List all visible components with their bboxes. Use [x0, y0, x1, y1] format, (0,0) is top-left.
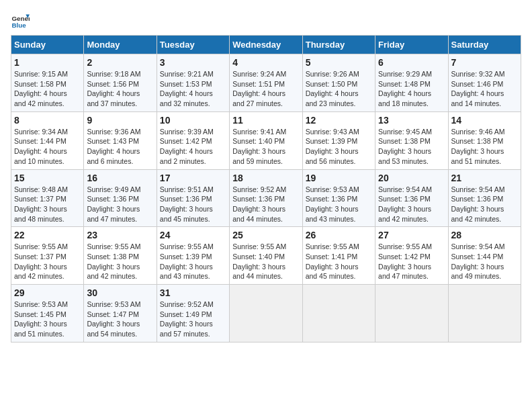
calendar-cell: 2Sunrise: 9:18 AMSunset: 1:56 PMDaylight…	[84, 54, 157, 112]
day-detail: Sunrise: 9:43 AMSunset: 1:39 PMDaylight:…	[306, 127, 372, 167]
day-detail: Sunrise: 9:29 AMSunset: 1:48 PMDaylight:…	[378, 69, 445, 109]
day-detail: Sunrise: 9:48 AMSunset: 1:37 PMDaylight:…	[14, 185, 81, 224]
calendar-cell: 5Sunrise: 9:26 AMSunset: 1:50 PMDaylight…	[302, 54, 375, 112]
day-detail: Sunrise: 9:15 AMSunset: 1:58 PMDaylight:…	[14, 69, 81, 109]
calendar-cell	[448, 285, 521, 342]
day-detail: Sunrise: 9:41 AMSunset: 1:40 PMDaylight:…	[232, 127, 299, 167]
day-number: 9	[87, 115, 153, 126]
day-number: 25	[232, 230, 299, 240]
day-number: 13	[378, 115, 445, 126]
logo-icon: General Blue	[11, 11, 30, 30]
calendar-cell: 22Sunrise: 9:55 AMSunset: 1:37 PMDayligh…	[11, 227, 84, 285]
day-number: 22	[14, 230, 81, 240]
day-number: 8	[14, 115, 81, 126]
weekday-header-sunday: Sunday	[11, 36, 84, 54]
calendar-cell: 23Sunrise: 9:55 AMSunset: 1:38 PMDayligh…	[84, 227, 157, 285]
day-detail: Sunrise: 9:46 AMSunset: 1:38 PMDaylight:…	[451, 127, 518, 167]
day-number: 26	[306, 230, 372, 240]
day-detail: Sunrise: 9:55 AMSunset: 1:40 PMDaylight:…	[232, 242, 299, 281]
day-detail: Sunrise: 9:49 AMSunset: 1:36 PMDaylight:…	[87, 185, 153, 224]
calendar-week-row: 8Sunrise: 9:34 AMSunset: 1:44 PMDaylight…	[11, 111, 521, 169]
calendar-cell: 8Sunrise: 9:34 AMSunset: 1:44 PMDaylight…	[11, 111, 84, 169]
day-number: 17	[160, 173, 226, 183]
page-header: General Blue	[11, 11, 521, 30]
calendar-cell: 21Sunrise: 9:54 AMSunset: 1:36 PMDayligh…	[448, 169, 521, 227]
day-number: 3	[160, 57, 226, 68]
calendar-cell: 30Sunrise: 9:53 AMSunset: 1:47 PMDayligh…	[84, 285, 157, 342]
day-detail: Sunrise: 9:18 AMSunset: 1:56 PMDaylight:…	[87, 69, 153, 109]
day-number: 2	[87, 57, 153, 68]
day-detail: Sunrise: 9:53 AMSunset: 1:47 PMDaylight:…	[87, 300, 153, 339]
weekday-header-wednesday: Wednesday	[230, 36, 302, 54]
day-detail: Sunrise: 9:55 AMSunset: 1:38 PMDaylight:…	[87, 242, 153, 281]
calendar-cell	[302, 285, 375, 342]
calendar-week-row: 29Sunrise: 9:53 AMSunset: 1:45 PMDayligh…	[11, 285, 521, 342]
day-detail: Sunrise: 9:32 AMSunset: 1:46 PMDaylight:…	[451, 69, 518, 109]
weekday-header-monday: Monday	[84, 36, 157, 54]
calendar-week-row: 15Sunrise: 9:48 AMSunset: 1:37 PMDayligh…	[11, 169, 521, 227]
weekday-header-thursday: Thursday	[302, 36, 375, 54]
calendar-cell: 10Sunrise: 9:39 AMSunset: 1:42 PMDayligh…	[157, 111, 229, 169]
calendar-cell: 19Sunrise: 9:53 AMSunset: 1:36 PMDayligh…	[302, 169, 375, 227]
day-number: 1	[14, 57, 81, 68]
calendar-cell: 17Sunrise: 9:51 AMSunset: 1:36 PMDayligh…	[157, 169, 229, 227]
logo: General Blue	[11, 11, 32, 30]
calendar-week-row: 22Sunrise: 9:55 AMSunset: 1:37 PMDayligh…	[11, 227, 521, 285]
calendar-cell: 13Sunrise: 9:45 AMSunset: 1:38 PMDayligh…	[375, 111, 448, 169]
day-number: 6	[378, 57, 445, 68]
day-number: 11	[232, 115, 299, 126]
day-number: 19	[306, 173, 372, 183]
weekday-header-tuesday: Tuesday	[157, 36, 229, 54]
calendar-cell: 29Sunrise: 9:53 AMSunset: 1:45 PMDayligh…	[11, 285, 84, 342]
day-detail: Sunrise: 9:24 AMSunset: 1:51 PMDaylight:…	[232, 69, 299, 109]
day-detail: Sunrise: 9:52 AMSunset: 1:49 PMDaylight:…	[160, 300, 226, 339]
calendar-cell: 25Sunrise: 9:55 AMSunset: 1:40 PMDayligh…	[230, 227, 302, 285]
day-number: 20	[378, 173, 445, 183]
day-number: 7	[451, 57, 518, 68]
day-detail: Sunrise: 9:55 AMSunset: 1:41 PMDaylight:…	[306, 242, 372, 281]
calendar-cell: 16Sunrise: 9:49 AMSunset: 1:36 PMDayligh…	[84, 169, 157, 227]
calendar-cell: 6Sunrise: 9:29 AMSunset: 1:48 PMDaylight…	[375, 54, 448, 112]
day-detail: Sunrise: 9:26 AMSunset: 1:50 PMDaylight:…	[306, 69, 372, 109]
day-detail: Sunrise: 9:53 AMSunset: 1:36 PMDaylight:…	[306, 185, 372, 224]
calendar-cell: 7Sunrise: 9:32 AMSunset: 1:46 PMDaylight…	[448, 54, 521, 112]
calendar-cell: 20Sunrise: 9:54 AMSunset: 1:36 PMDayligh…	[375, 169, 448, 227]
calendar-table: SundayMondayTuesdayWednesdayThursdayFrid…	[11, 35, 521, 342]
day-detail: Sunrise: 9:54 AMSunset: 1:44 PMDaylight:…	[451, 242, 518, 281]
calendar-cell: 14Sunrise: 9:46 AMSunset: 1:38 PMDayligh…	[448, 111, 521, 169]
weekday-header-friday: Friday	[375, 36, 448, 54]
calendar-cell: 27Sunrise: 9:55 AMSunset: 1:42 PMDayligh…	[375, 227, 448, 285]
day-detail: Sunrise: 9:45 AMSunset: 1:38 PMDaylight:…	[378, 127, 445, 167]
calendar-cell: 4Sunrise: 9:24 AMSunset: 1:51 PMDaylight…	[230, 54, 302, 112]
calendar-cell: 28Sunrise: 9:54 AMSunset: 1:44 PMDayligh…	[448, 227, 521, 285]
day-number: 18	[232, 173, 299, 183]
calendar-cell: 24Sunrise: 9:55 AMSunset: 1:39 PMDayligh…	[157, 227, 229, 285]
day-number: 29	[14, 287, 81, 298]
calendar-week-row: 1Sunrise: 9:15 AMSunset: 1:58 PMDaylight…	[11, 54, 521, 112]
day-number: 23	[87, 230, 153, 240]
day-number: 27	[378, 230, 445, 240]
calendar-cell: 3Sunrise: 9:21 AMSunset: 1:53 PMDaylight…	[157, 54, 229, 112]
day-number: 30	[87, 287, 153, 298]
calendar-cell: 31Sunrise: 9:52 AMSunset: 1:49 PMDayligh…	[157, 285, 229, 342]
calendar-cell	[375, 285, 448, 342]
day-number: 28	[451, 230, 518, 240]
calendar-cell: 18Sunrise: 9:52 AMSunset: 1:36 PMDayligh…	[230, 169, 302, 227]
day-number: 15	[14, 173, 81, 183]
day-detail: Sunrise: 9:39 AMSunset: 1:42 PMDaylight:…	[160, 127, 226, 167]
calendar-cell: 12Sunrise: 9:43 AMSunset: 1:39 PMDayligh…	[302, 111, 375, 169]
day-detail: Sunrise: 9:53 AMSunset: 1:45 PMDaylight:…	[14, 300, 81, 339]
day-detail: Sunrise: 9:51 AMSunset: 1:36 PMDaylight:…	[160, 185, 226, 224]
day-detail: Sunrise: 9:54 AMSunset: 1:36 PMDaylight:…	[378, 185, 445, 224]
day-number: 31	[160, 287, 226, 298]
day-number: 24	[160, 230, 226, 240]
day-number: 14	[451, 115, 518, 126]
day-detail: Sunrise: 9:54 AMSunset: 1:36 PMDaylight:…	[451, 185, 518, 224]
day-number: 12	[306, 115, 372, 126]
day-detail: Sunrise: 9:55 AMSunset: 1:37 PMDaylight:…	[14, 242, 81, 281]
day-detail: Sunrise: 9:52 AMSunset: 1:36 PMDaylight:…	[232, 185, 299, 224]
day-number: 4	[232, 57, 299, 68]
day-detail: Sunrise: 9:55 AMSunset: 1:42 PMDaylight:…	[378, 242, 445, 281]
day-detail: Sunrise: 9:21 AMSunset: 1:53 PMDaylight:…	[160, 69, 226, 109]
svg-text:Blue: Blue	[11, 21, 26, 29]
